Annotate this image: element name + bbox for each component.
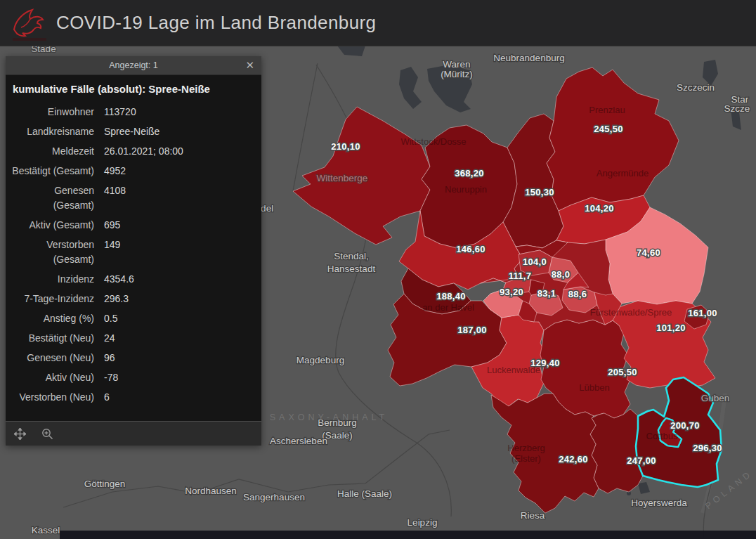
field-value: 296.3	[104, 292, 129, 306]
incidence-label: 161,00	[688, 308, 717, 318]
zoom-in-icon[interactable]	[41, 428, 53, 440]
city-label: Magdeburg	[296, 355, 344, 365]
field-value: 4108	[104, 183, 126, 213]
faint-place-label: Angermünde	[597, 168, 649, 178]
incidence-label: 210,10	[331, 141, 360, 152]
incidence-label: 93,20	[500, 287, 523, 297]
field-row: 7-Tage-Inzidenz296.3	[11, 292, 254, 306]
field-label: Verstorben (Neu)	[11, 390, 94, 405]
incidence-label: 200,70	[670, 420, 700, 431]
incidence-label: 205,50	[608, 367, 637, 377]
city-label: Hansestadt	[327, 264, 376, 274]
incidence-label: 104,0	[523, 256, 547, 267]
incidence-label: 247,00	[627, 455, 656, 466]
city-label: Nordhausen	[185, 486, 237, 496]
field-label: Verstorben (Gesamt)	[11, 238, 94, 267]
city-label: Waren	[443, 59, 470, 70]
close-icon[interactable]: ✕	[245, 58, 254, 72]
faint-place-label: (Elster)	[511, 453, 541, 464]
city-label: Sangerhausen	[243, 492, 305, 502]
field-label: Landkreisname	[11, 124, 94, 139]
city-label: Guben	[701, 393, 730, 403]
incidence-label: 146,60	[456, 244, 485, 254]
incidence-label: 74,60	[637, 247, 660, 258]
attribution-bar	[60, 531, 756, 539]
incidence-label: 368,20	[455, 168, 484, 178]
city-label: Göttingen	[84, 479, 126, 489]
incidence-label: 296,30	[693, 443, 722, 453]
faint-place-label: Neuruppin	[445, 184, 487, 195]
popup-count: Angezeigt: 1	[109, 60, 158, 70]
field-value: 6	[104, 390, 110, 405]
field-label: 7-Tage-Inzidenz	[11, 292, 94, 306]
popup-fields: Einwohner113720LandkreisnameSpree-NeißeM…	[11, 105, 254, 405]
brandenburg-eagle-logo	[8, 4, 51, 42]
field-value: 113720	[104, 105, 136, 119]
city-label: Szczecin	[677, 82, 715, 93]
field-row: Aktiv (Neu)-78	[11, 370, 254, 385]
field-row: Bestätigt (Neu)24	[11, 331, 254, 346]
field-value: Spree-Neiße	[104, 124, 159, 139]
field-row: Aktiv (Gesamt)695	[11, 218, 254, 233]
city-label: Aschersleben	[270, 436, 327, 446]
field-label: Einwohner	[11, 105, 94, 119]
popup-title: kumulative Fälle (absolut): Spree-Neiße	[13, 83, 254, 95]
city-label: Leipzig	[408, 517, 438, 528]
field-label: Anstieg (%)	[11, 311, 94, 326]
field-value: 149	[104, 238, 120, 267]
faint-place-label: an der Havel	[422, 302, 474, 313]
field-row: Genesen (Gesamt)4108	[11, 183, 254, 213]
faint-place-label: Fürstenwalde/Spree	[590, 307, 672, 318]
field-value: -78	[104, 370, 118, 385]
district-oberspreewald-lausitz[interactable]	[590, 409, 643, 493]
field-label: Aktiv (Neu)	[11, 370, 94, 385]
field-label: Bestätigt (Neu)	[11, 331, 94, 346]
field-value: 4354.6	[104, 272, 134, 287]
field-row: Meldezeit26.01.2021; 08:00	[11, 144, 254, 159]
city-label: Neubrandenburg	[493, 53, 564, 63]
city-label: Riesa	[521, 510, 545, 521]
field-row: Einwohner113720	[11, 105, 254, 119]
field-value: 695	[104, 218, 120, 233]
field-value: 96	[104, 351, 115, 365]
city-label: Stendal,	[334, 251, 369, 261]
city-label: Kassel	[32, 525, 60, 535]
popup-header: Angezeigt: 1 ✕	[6, 56, 261, 75]
incidence-label: 88,6	[568, 289, 587, 299]
app-header: COVID-19 Lage im Land Brandenburg	[0, 0, 756, 46]
field-row: LandkreisnameSpree-Neiße	[11, 124, 254, 139]
incidence-label: 187,00	[457, 325, 487, 335]
field-value: 26.01.2021; 08:00	[104, 144, 183, 159]
covid-dashboard: { "header": { "title": "COVID-19 Lage im…	[0, 0, 756, 539]
field-label: Aktiv (Gesamt)	[11, 218, 94, 233]
city-label: Stade	[31, 46, 56, 54]
field-row: Inzidenz4354.6	[11, 272, 254, 287]
field-row: Bestätigt (Gesamt)4952	[11, 164, 254, 178]
city-label: Wittenberge	[317, 173, 368, 183]
faint-place-label: Cottbus	[646, 431, 678, 441]
faint-place-label: Wittstock/Dosse	[400, 136, 466, 147]
field-label: Bestätigt (Gesamt)	[11, 164, 94, 178]
field-label: Genesen (Gesamt)	[11, 183, 94, 213]
city-label: Hoyerswerda	[631, 498, 687, 508]
app-title: COVID-19 Lage im Land Brandenburg	[56, 12, 376, 34]
field-label: Genesen (Neu)	[11, 351, 94, 365]
field-row: Anstieg (%)0.5	[11, 311, 254, 326]
faint-place-label: Lübben	[579, 382, 609, 393]
incidence-label: 104,20	[585, 203, 614, 214]
faint-place-label: Prenzlau	[589, 105, 625, 115]
incidence-label: 245,50	[594, 124, 623, 134]
field-value: 0.5	[104, 311, 117, 326]
popup-body: kumulative Fälle (absolut): Spree-Neiße …	[6, 75, 261, 421]
incidence-label: 88,0	[552, 269, 571, 280]
popup-panel: Angezeigt: 1 ✕ kumulative Fälle (absolut…	[6, 56, 261, 446]
pan-icon[interactable]	[14, 428, 26, 440]
incidence-label: 150,30	[525, 187, 554, 197]
faint-place-label: Luckenwalde	[487, 365, 540, 375]
incidence-label: 101,20	[656, 323, 686, 333]
field-row: Verstorben (Neu)6	[11, 390, 254, 405]
field-label: Inzidenz	[11, 272, 94, 287]
incidence-label: 188,40	[436, 291, 466, 301]
incidence-label: 111,7	[509, 271, 532, 281]
city-label: Halle (Saale)	[337, 488, 392, 499]
